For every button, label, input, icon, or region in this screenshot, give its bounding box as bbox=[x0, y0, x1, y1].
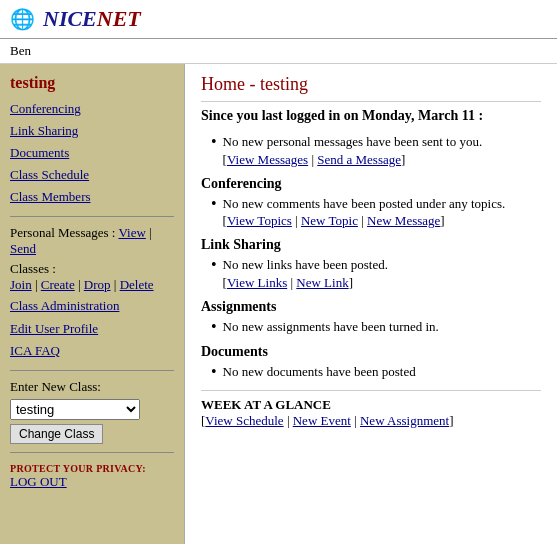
sidebar-class-title: testing bbox=[10, 74, 174, 92]
send-message-main-link[interactable]: Send a Message bbox=[317, 152, 401, 167]
change-class-button[interactable]: Change Class bbox=[10, 424, 103, 444]
class-admin-link[interactable]: Class Administration bbox=[10, 295, 174, 317]
main-title: Home - testing bbox=[201, 74, 541, 102]
view-topics-link[interactable]: View Topics bbox=[227, 213, 292, 228]
pm-content: No new personal messages have been sent … bbox=[223, 132, 483, 168]
conf-content: No new comments have been posted under a… bbox=[223, 194, 506, 230]
week-glance-title: WEEK AT A GLANCE bbox=[201, 397, 541, 413]
personal-messages-section: Personal Messages : View | Send bbox=[10, 225, 174, 257]
new-event-link[interactable]: New Event bbox=[293, 413, 351, 428]
username-bar: Ben bbox=[0, 39, 557, 64]
main-content: Home - testing Since you last logged in … bbox=[185, 64, 557, 544]
conferencing-section-title: Conferencing bbox=[201, 176, 541, 192]
conf-links: [View Topics | New Topic | New Message] bbox=[223, 213, 445, 228]
week-glance-links: [View Schedule | New Event | New Assignm… bbox=[201, 413, 541, 429]
layout: testing Conferencing Link Sharing Docume… bbox=[0, 64, 557, 544]
sidebar: testing Conferencing Link Sharing Docume… bbox=[0, 64, 185, 544]
since-logged-text: Since you last logged in on Monday, Marc… bbox=[201, 108, 541, 124]
new-assignment-link[interactable]: New Assignment bbox=[360, 413, 449, 428]
pm-text: No new personal messages have been sent … bbox=[223, 134, 483, 149]
link-sharing-section-main: Link Sharing • No new links have been po… bbox=[201, 237, 541, 291]
bullet-icon-3: • bbox=[211, 255, 217, 274]
links-content: No new links have been posted. [View Lin… bbox=[223, 255, 388, 291]
view-links-link[interactable]: View Links bbox=[227, 275, 287, 290]
bullet-icon-4: • bbox=[211, 317, 217, 336]
personal-messages-label: Personal Messages bbox=[10, 225, 109, 240]
logout-link[interactable]: LOG OUT bbox=[10, 474, 67, 489]
username: Ben bbox=[10, 43, 31, 58]
drop-class-link[interactable]: Drop bbox=[84, 277, 111, 292]
view-schedule-link[interactable]: View Schedule bbox=[205, 413, 283, 428]
documents-section-main: Documents • No new documents have been p… bbox=[201, 344, 541, 382]
edit-user-profile-link[interactable]: Edit User Profile bbox=[10, 318, 174, 340]
documents-link[interactable]: Documents bbox=[10, 142, 174, 164]
assignments-section-main: Assignments • No new assignments have be… bbox=[201, 299, 541, 337]
class-schedule-link[interactable]: Class Schedule bbox=[10, 164, 174, 186]
bullet-icon: • bbox=[211, 132, 217, 151]
bullet-icon-2: • bbox=[211, 194, 217, 213]
pm-bullet-item: • No new personal messages have been sen… bbox=[211, 132, 541, 168]
new-message-conf-link[interactable]: New Message bbox=[367, 213, 440, 228]
links-bullet-item: • No new links have been posted. [View L… bbox=[211, 255, 541, 291]
create-class-link[interactable]: Create bbox=[41, 277, 75, 292]
link-sharing-section-title: Link Sharing bbox=[201, 237, 541, 253]
pm-links: [View Messages | Send a Message] bbox=[223, 152, 406, 167]
globe-icon: 🌐 bbox=[10, 7, 35, 31]
conferencing-section-main: Conferencing • No new comments have been… bbox=[201, 176, 541, 230]
classes-label: Classes bbox=[10, 261, 49, 276]
view-messages-main-link[interactable]: View Messages bbox=[227, 152, 308, 167]
delete-class-link[interactable]: Delete bbox=[120, 277, 154, 292]
assignments-section-title: Assignments bbox=[201, 299, 541, 315]
join-class-link[interactable]: Join bbox=[10, 277, 32, 292]
conf-bullet-item: • No new comments have been posted under… bbox=[211, 194, 541, 230]
logo: NICENET bbox=[43, 6, 141, 32]
ica-faq-link[interactable]: ICA FAQ bbox=[10, 340, 174, 362]
new-topic-link[interactable]: New Topic bbox=[301, 213, 358, 228]
privacy-note: PROTECT YOUR PRIVACY: bbox=[10, 463, 174, 474]
links-links: [View Links | New Link] bbox=[223, 275, 353, 290]
view-messages-link[interactable]: View bbox=[118, 225, 145, 240]
docs-bullet-item: • No new documents have been posted bbox=[211, 362, 541, 382]
personal-messages-section-main: • No new personal messages have been sen… bbox=[201, 132, 541, 168]
assign-text: No new assignments have been turned in. bbox=[223, 317, 439, 337]
bullet-icon-5: • bbox=[211, 362, 217, 381]
classes-section: Classes : Join | Create | Drop | Delete bbox=[10, 261, 174, 293]
enter-class-label: Enter New Class: bbox=[10, 379, 174, 395]
divider-1 bbox=[10, 216, 174, 217]
docs-text: No new documents have been posted bbox=[223, 362, 416, 382]
documents-section-title: Documents bbox=[201, 344, 541, 360]
assign-bullet-item: • No new assignments have been turned in… bbox=[211, 317, 541, 337]
conferencing-link[interactable]: Conferencing bbox=[10, 98, 174, 120]
link-sharing-link[interactable]: Link Sharing bbox=[10, 120, 174, 142]
class-select[interactable]: testing bbox=[10, 399, 140, 420]
divider-2 bbox=[10, 370, 174, 371]
new-link-link[interactable]: New Link bbox=[296, 275, 348, 290]
conf-text: No new comments have been posted under a… bbox=[223, 196, 506, 211]
divider-3 bbox=[10, 452, 174, 453]
week-glance-section: WEEK AT A GLANCE [View Schedule | New Ev… bbox=[201, 390, 541, 429]
send-message-link[interactable]: Send bbox=[10, 241, 36, 256]
links-text: No new links have been posted. bbox=[223, 257, 388, 272]
class-members-link[interactable]: Class Members bbox=[10, 186, 174, 208]
header: 🌐 NICENET bbox=[0, 0, 557, 39]
